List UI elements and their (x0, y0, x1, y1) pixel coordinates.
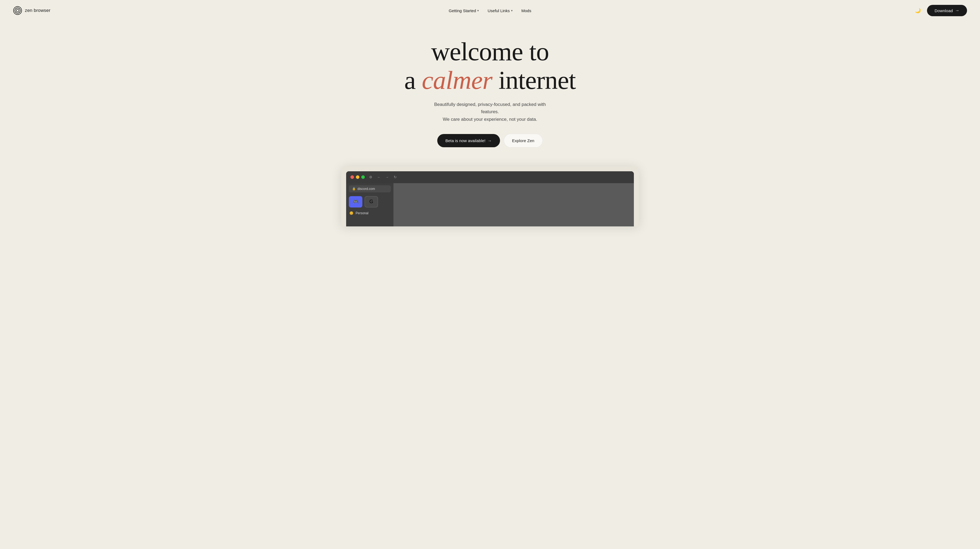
nav-links: Getting Started ▾ Useful Links ▾ Mods (449, 8, 531, 13)
lock-icon: 🔒 (352, 187, 356, 190)
nav-right: 🌙 Download → (913, 5, 967, 16)
hero-subtitle-line1: Beautifully designed, privacy-focused, a… (434, 102, 546, 114)
arrow-icon: → (955, 8, 959, 13)
browser-preview-wrapper: ⚙ ← → ↻ 🔒 discord.com (5, 167, 975, 227)
discord-icon: 🎮 (353, 199, 359, 205)
hero-calmer-word: calmer (422, 66, 492, 95)
hero-title-internet: internet (492, 66, 576, 95)
hero-title-line1: welcome to (431, 37, 549, 66)
nav-useful-links-label: Useful Links (488, 8, 510, 13)
browser-sidebar: 🔒 discord.com 🎮 G (346, 183, 393, 227)
close-dot[interactable] (350, 175, 354, 179)
nav-mods[interactable]: Mods (521, 8, 531, 13)
logo-icon (13, 6, 22, 15)
hero-section: welcome to a calmer internet Beautifully… (0, 21, 980, 227)
beta-available-button[interactable]: Beta is now available! → (437, 134, 500, 147)
browser-chrome: ⚙ ← → ↻ 🔒 discord.com (346, 171, 634, 227)
beta-label: Beta is now available! (445, 138, 485, 143)
maximize-dot[interactable] (361, 175, 365, 179)
forward-icon[interactable]: → (384, 175, 390, 180)
hero-subtitle: Beautifully designed, privacy-focused, a… (425, 101, 555, 123)
browser-personal-section: 😊 Personal (346, 209, 393, 217)
nav-getting-started-label: Getting Started (449, 8, 476, 13)
nav-getting-started[interactable]: Getting Started ▾ (449, 8, 479, 13)
explore-zen-button[interactable]: Explore Zen (504, 134, 543, 148)
url-text: discord.com (358, 187, 375, 191)
chevron-down-icon: ▾ (477, 9, 479, 13)
moon-icon: 🌙 (915, 8, 921, 14)
refresh-icon[interactable]: ↻ (392, 175, 398, 180)
browser-page-area (393, 183, 634, 227)
theme-toggle-button[interactable]: 🌙 (913, 6, 923, 16)
nav-useful-links[interactable]: Useful Links ▾ (488, 8, 513, 13)
browser-titlebar: ⚙ ← → ↻ (346, 171, 634, 183)
nav-mods-label: Mods (521, 8, 531, 13)
browser-url-bar[interactable]: 🔒 discord.com (349, 185, 391, 192)
hero-title-a: a (404, 66, 422, 95)
personal-emoji: 😊 (349, 211, 353, 215)
minimize-dot[interactable] (356, 175, 360, 179)
settings-icon[interactable]: ⚙ (368, 175, 374, 180)
chevron-down-icon: ▾ (511, 9, 513, 13)
logo-link[interactable]: zen browser (13, 6, 50, 15)
back-icon[interactable]: ← (376, 175, 382, 180)
browser-tabs: 🎮 G (346, 195, 393, 209)
arrow-icon: → (488, 138, 492, 143)
hero-title-line2: a calmer internet (404, 66, 576, 95)
hero-buttons: Beta is now available! → Explore Zen (437, 134, 543, 148)
svg-point-1 (15, 8, 20, 13)
browser-content: 🔒 discord.com 🎮 G (346, 183, 634, 227)
download-button[interactable]: Download → (927, 5, 967, 16)
svg-point-2 (16, 9, 19, 12)
browser-controls: ⚙ ← → ↻ (368, 175, 398, 180)
google-tab[interactable]: G (364, 196, 378, 208)
logo-text: zen browser (25, 8, 50, 13)
browser-window-dots (350, 175, 365, 179)
browser-preview-outer: ⚙ ← → ↻ 🔒 discord.com (341, 167, 639, 227)
personal-label: Personal (356, 211, 368, 215)
download-label: Download (935, 8, 953, 13)
discord-tab[interactable]: 🎮 (349, 196, 362, 208)
explore-zen-label: Explore Zen (512, 138, 535, 143)
navbar: zen browser Getting Started ▾ Useful Lin… (0, 0, 980, 21)
google-icon: G (369, 199, 373, 205)
hero-subtitle-line2: We care about your experience, not your … (443, 117, 537, 122)
